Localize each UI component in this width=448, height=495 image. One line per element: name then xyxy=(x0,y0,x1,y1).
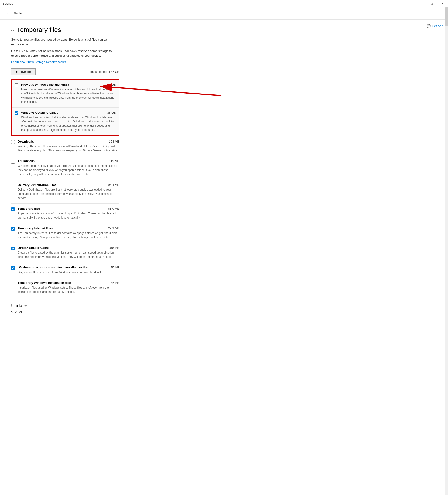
checkbox-input-directx[interactable] xyxy=(11,247,15,250)
file-item-prev-windows: Previous Windows installation(s) 98.3 GB… xyxy=(12,80,119,108)
back-button[interactable]: ← xyxy=(5,10,12,17)
file-info-error-reports: Windows error reports and feedback diagn… xyxy=(18,266,119,274)
file-info-downloads: Downloads 153 MB Warning: These are file… xyxy=(18,140,119,152)
file-header-temp-win-install: Temporary Windows installation files 144… xyxy=(18,281,119,285)
updates-size: 5.54 MB xyxy=(11,310,119,314)
page-title-row: ⌂ Temporary files xyxy=(11,26,119,34)
file-name-prev-windows: Previous Windows installation(s) xyxy=(21,83,103,86)
file-desc-error-reports: Diagnostics files generated from Windows… xyxy=(18,270,119,274)
checkbox-input-prev-windows[interactable] xyxy=(15,83,18,87)
file-name-wu-cleanup: Windows Update Cleanup xyxy=(21,111,103,114)
file-size-delivery-opt: 94.4 MB xyxy=(108,183,119,187)
file-desc-downloads: Warning: These are files in your persona… xyxy=(18,144,119,152)
checkbox-thumbnails[interactable] xyxy=(11,160,15,165)
checkbox-wu-cleanup[interactable] xyxy=(15,111,18,116)
file-info-temp-win-install: Temporary Windows installation files 144… xyxy=(18,281,119,294)
checkbox-input-error-reports[interactable] xyxy=(11,266,15,270)
file-name-temp-win-install: Temporary Windows installation files xyxy=(18,281,107,285)
updates-title: Updates xyxy=(11,303,119,308)
file-desc-delivery-opt: Delivery Optimization files are files th… xyxy=(18,188,119,200)
settings-container: ← Settings ⌂ Temporary files Some tempor… xyxy=(0,7,448,495)
checkbox-input-temp-win-install[interactable] xyxy=(11,282,15,285)
main-panel: ⌂ Temporary files Some temporary files a… xyxy=(0,20,131,495)
file-item-wu-cleanup: Windows Update Cleanup 4.38 GB Windows k… xyxy=(12,108,119,135)
content-area: ⌂ Temporary files Some temporary files a… xyxy=(0,20,448,495)
checkbox-directx[interactable] xyxy=(11,247,15,251)
file-header-directx: DirectX Shader Cache 585 KB xyxy=(18,246,119,250)
checkbox-error-reports[interactable] xyxy=(11,266,15,271)
get-help-label: Get help xyxy=(432,24,443,28)
file-name-downloads: Downloads xyxy=(18,140,107,143)
total-selected-label: Total selected: 4.47 GB xyxy=(88,70,119,73)
minimize-button[interactable]: ─ xyxy=(416,0,427,7)
checkbox-input-wu-cleanup[interactable] xyxy=(15,111,18,115)
checkbox-temp-files[interactable] xyxy=(11,207,15,212)
file-item-temp-win-install: Temporary Windows installation files 144… xyxy=(11,278,119,297)
file-name-temp-files: Temporary files xyxy=(18,207,106,210)
close-button[interactable]: ✕ xyxy=(437,0,448,7)
updates-section: Updates 5.54 MB xyxy=(11,303,119,314)
file-desc-prev-windows: Files from a previous Windows installati… xyxy=(21,87,116,104)
file-header-delivery-opt: Delivery Optimization Files 94.4 MB xyxy=(18,183,119,187)
scrollbar[interactable] xyxy=(445,7,448,495)
learn-link[interactable]: Learn about how Storage Reserve works xyxy=(11,60,119,64)
checkbox-temp-win-install[interactable] xyxy=(11,282,15,286)
checkbox-input-downloads[interactable] xyxy=(11,140,15,144)
file-header-downloads: Downloads 153 MB xyxy=(18,140,119,143)
file-desc-temp-files: Apps can store temporary information in … xyxy=(18,211,119,220)
file-info-temp-internet: Temporary Internet Files 22.9 MB The Tem… xyxy=(18,226,119,239)
file-header-temp-files: Temporary files 65.0 MB xyxy=(18,207,119,210)
file-info-prev-windows: Previous Windows installation(s) 98.3 GB… xyxy=(21,83,116,104)
window-title: Settings xyxy=(3,2,13,5)
file-info-delivery-opt: Delivery Optimization Files 94.4 MB Deli… xyxy=(18,183,119,200)
file-header-thumbnails: Thumbnails 119 MB xyxy=(18,159,119,163)
file-header-prev-windows: Previous Windows installation(s) 98.3 GB xyxy=(21,83,116,86)
checkbox-delivery-opt[interactable] xyxy=(11,184,15,188)
selection-box: Previous Windows installation(s) 98.3 GB… xyxy=(11,79,119,136)
checkbox-prev-windows[interactable] xyxy=(15,83,18,88)
file-item-directx: DirectX Shader Cache 585 KB Clean up fil… xyxy=(11,243,119,262)
file-info-thumbnails: Thumbnails 119 MB Windows keeps a copy o… xyxy=(18,159,119,176)
window-title-area: Settings xyxy=(3,2,13,5)
file-name-error-reports: Windows error reports and feedback diagn… xyxy=(18,266,107,269)
checkbox-downloads[interactable] xyxy=(11,140,15,145)
file-size-directx: 585 KB xyxy=(109,246,119,250)
file-item-error-reports: Windows error reports and feedback diagn… xyxy=(11,262,119,278)
nav-bar: ← Settings xyxy=(0,7,448,20)
file-desc-thumbnails: Windows keeps a copy of all of your pict… xyxy=(18,164,119,176)
window-controls: ─ □ ✕ xyxy=(416,0,448,7)
file-info-temp-files: Temporary files 65.0 MB Apps can store t… xyxy=(18,207,119,220)
file-info-directx: DirectX Shader Cache 585 KB Clean up fil… xyxy=(18,246,119,259)
file-size-downloads: 153 MB xyxy=(109,140,119,143)
file-size-temp-internet: 22.9 MB xyxy=(108,226,119,230)
window-chrome: Settings ─ □ ✕ xyxy=(0,0,448,7)
file-size-thumbnails: 119 MB xyxy=(109,159,119,163)
file-name-thumbnails: Thumbnails xyxy=(18,159,107,163)
get-help-icon: 💬 xyxy=(427,24,431,28)
file-header-temp-internet: Temporary Internet Files 22.9 MB xyxy=(18,226,119,230)
checkbox-temp-internet[interactable] xyxy=(11,227,15,232)
remove-files-button[interactable]: Remove files xyxy=(11,68,36,75)
checkbox-input-delivery-opt[interactable] xyxy=(11,184,15,187)
file-name-temp-internet: Temporary Internet Files xyxy=(18,226,106,230)
file-name-delivery-opt: Delivery Optimization Files xyxy=(18,183,106,187)
file-name-directx: DirectX Shader Cache xyxy=(18,246,107,250)
right-panel: 💬 Get help xyxy=(131,20,448,495)
maximize-button[interactable]: □ xyxy=(427,0,437,7)
file-size-error-reports: 157 KB xyxy=(109,266,119,269)
file-size-temp-win-install: 144 KB xyxy=(109,281,119,285)
description-1: Some temporary files are needed by apps.… xyxy=(11,37,119,46)
file-size-prev-windows: 98.3 GB xyxy=(105,83,116,86)
file-desc-directx: Clean up files created by the graphics s… xyxy=(18,250,119,259)
file-item-downloads: Downloads 153 MB Warning: These are file… xyxy=(11,137,119,156)
get-help-button[interactable]: 💬 Get help xyxy=(427,24,443,28)
home-icon: ⌂ xyxy=(11,27,14,33)
file-size-wu-cleanup: 4.38 GB xyxy=(105,111,116,114)
checkbox-input-temp-internet[interactable] xyxy=(11,227,15,231)
checkbox-input-thumbnails[interactable] xyxy=(11,160,15,164)
scrollbar-thumb[interactable] xyxy=(445,7,448,26)
file-info-wu-cleanup: Windows Update Cleanup 4.38 GB Windows k… xyxy=(21,111,116,132)
file-desc-wu-cleanup: Windows keeps copies of all installed up… xyxy=(21,115,116,132)
checkbox-input-temp-files[interactable] xyxy=(11,207,15,211)
file-item-delivery-opt: Delivery Optimization Files 94.4 MB Deli… xyxy=(11,180,119,204)
